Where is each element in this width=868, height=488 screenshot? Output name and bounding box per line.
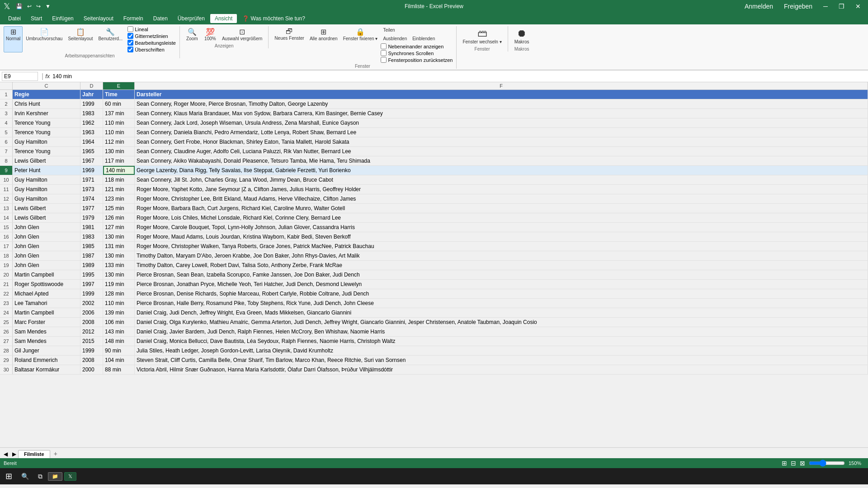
cell-darsteller[interactable]: Daniel Craig, Olga Kurylenko, Mathieu Am… — [135, 318, 868, 327]
cell-regie[interactable]: Lewis Gilbert — [13, 213, 80, 222]
cell-time[interactable]: 130 min — [103, 251, 135, 260]
cell-regie[interactable]: John Glen — [13, 261, 80, 270]
cell-regie[interactable]: Lee Tamahori — [13, 299, 80, 308]
cell-darsteller[interactable]: Timothy Dalton, Carey Lowell, Robert Dav… — [135, 261, 868, 270]
cell-darsteller[interactable]: Pierce Brosnan, Sean Bean, Izabella Scor… — [135, 270, 868, 279]
ribbon-ueberschriften-check[interactable]: Überschriften — [127, 47, 176, 52]
cell-time[interactable]: 133 min — [103, 261, 135, 270]
ribbon-ausblenden-btn[interactable]: Ausblenden — [381, 35, 409, 42]
ribbon-wechseln-btn[interactable]: 🗃Fenster wechseln ▾ — [460, 26, 504, 46]
cell-time[interactable]: 126 min — [103, 213, 135, 222]
cell-darsteller[interactable]: Sean Connery, Klaus Maria Brandauer, Max… — [135, 109, 868, 118]
cell-time[interactable]: 143 min — [103, 327, 135, 336]
cell-regie[interactable]: Terence Young — [13, 128, 80, 137]
cell-darsteller[interactable]: Victoria Abril, Hilmir Snær Guðnason, Ha… — [135, 365, 868, 374]
table-row[interactable]: 24Martin Campbell2006139 minDaniel Craig… — [0, 308, 868, 318]
ribbon-einblenden-btn[interactable]: Einblenden — [410, 35, 437, 42]
cell-regie[interactable]: John Glen — [13, 223, 80, 232]
cell-darsteller[interactable]: Roger Moore, Yaphet Kotto, Jane Seymour … — [135, 185, 868, 194]
cell-regie[interactable]: John Glen — [13, 232, 80, 241]
ribbon-seitenlayout-btn[interactable]: 📋Seitenlayout — [66, 26, 95, 52]
cell-jahr[interactable]: 1964 — [80, 137, 103, 146]
cell-jahr[interactable]: 1983 — [80, 232, 103, 241]
cell-jahr[interactable]: 2002 — [80, 299, 103, 308]
ribbon-umbruch-btn[interactable]: 📄Umbruchvorschau — [24, 26, 65, 52]
save-quick-btn[interactable]: 💾 — [14, 2, 24, 10]
cell-regie[interactable]: Michael Apted — [13, 289, 80, 298]
ribbon-fensterpos-check[interactable]: Fensterposition zurücksetzen — [381, 57, 453, 63]
cell-jahr[interactable]: 2008 — [80, 356, 103, 365]
cell-darsteller[interactable]: Daniel Craig, Javier Bardem, Judi Dench,… — [135, 327, 868, 336]
table-row[interactable]: 19John Glen1989133 minTimothy Dalton, Ca… — [0, 261, 868, 270]
ribbon-neues-fenster-btn[interactable]: 🗗Neues Fenster — [272, 26, 307, 42]
cell-jahr[interactable]: 1999 — [80, 346, 103, 355]
cell-darsteller[interactable]: Sean Connery, Gert Frobe, Honor Blackman… — [135, 137, 868, 146]
cell-darsteller[interactable]: Roger Moore, Christopher Lee, Britt Ekla… — [135, 194, 868, 203]
cell-time[interactable]: 123 min — [103, 194, 135, 203]
table-row[interactable]: 27Sam Mendes2015148 minDaniel Craig, Mon… — [0, 337, 868, 346]
cell-regie[interactable]: Baltasar Kormákur — [13, 365, 80, 374]
cell-darsteller[interactable]: Roger Moore, Lois Chiles, Michel Lonsdal… — [135, 213, 868, 222]
cell-darsteller[interactable]: Roger Moore, Barbara Bach, Curt Jurgens,… — [135, 204, 868, 213]
cell-darsteller[interactable]: Roger Moore, Maud Adams, Louis Jourdan, … — [135, 232, 868, 241]
cell-darsteller[interactable]: Sean Connery, Roger Moore, Pierce Brosna… — [135, 99, 868, 108]
table-row[interactable]: 2Chris Hunt199960 minSean Connery, Roger… — [0, 99, 868, 109]
cell-time[interactable]: 125 min — [103, 204, 135, 213]
cell-regie[interactable]: Guy Hamilton — [13, 194, 80, 203]
menu-help[interactable]: ❓ Was möchten Sie tun? — [238, 14, 310, 23]
cell-time[interactable]: 130 min — [103, 147, 135, 156]
cell-jahr[interactable]: 2012 — [80, 327, 103, 336]
cell-time[interactable]: 110 min — [103, 299, 135, 308]
cell-darsteller[interactable]: Pierce Brosnan, Denise Richards, Sophie … — [135, 289, 868, 298]
cell-jahr[interactable]: 1965 — [80, 147, 103, 156]
cell-jahr[interactable]: 2006 — [80, 308, 103, 317]
name-box[interactable]: E9 — [2, 72, 38, 81]
cell-darsteller[interactable]: George Lazenby, Diana Rigg, Telly Savala… — [135, 166, 868, 175]
table-row[interactable]: 10Guy Hamilton1971118 minSean Connery, J… — [0, 175, 868, 185]
cell-jahr[interactable]: 1999 — [80, 99, 103, 108]
cell-regie[interactable]: Terence Young — [13, 147, 80, 156]
cell-regie[interactable]: Sam Mendes — [13, 327, 80, 336]
table-row[interactable]: 12Guy Hamilton1974123 minRoger Moore, Ch… — [0, 194, 868, 204]
table-row[interactable]: 14Lewis Gilbert1979126 minRoger Moore, L… — [0, 213, 868, 223]
cell-regie[interactable]: Guy Hamilton — [13, 175, 80, 184]
view-normal-btn[interactable]: ⊞ — [782, 460, 787, 467]
cell-jahr[interactable]: 1971 — [80, 175, 103, 184]
cell-darsteller[interactable]: Daniel Craig, Judi Dench, Jeffrey Wright… — [135, 308, 868, 317]
cell-time[interactable]: 128 min — [103, 289, 135, 298]
maximize-button[interactable]: ❐ — [835, 0, 848, 13]
taskbar-excel-app[interactable]: 𝕏 — [64, 472, 76, 481]
signin-button[interactable]: Anmelden — [741, 0, 777, 13]
ribbon-teilen-btn[interactable]: Teilen — [381, 26, 399, 34]
cell-darsteller[interactable]: Sean Connery, Jack Lord, Joseph Wiseman,… — [135, 118, 868, 127]
cell-darsteller[interactable]: Sean Connery, Jill St. John, Charles Gra… — [135, 175, 868, 184]
cell-time[interactable]: 130 min — [103, 270, 135, 279]
table-row[interactable]: 11Guy Hamilton1973121 minRoger Moore, Ya… — [0, 185, 868, 194]
ribbon-alle-anordnen-btn[interactable]: ⊞Alle anordnen — [307, 26, 340, 42]
ribbon-bearbeitungsleiste-check[interactable]: Bearbeitungsleiste — [127, 40, 176, 46]
table-row[interactable]: 16John Glen1983130 minRoger Moore, Maud … — [0, 232, 868, 242]
menu-seitenlayout[interactable]: Seitenlayout — [79, 14, 118, 23]
cell-time[interactable]: 130 min — [103, 232, 135, 241]
cell-jahr[interactable]: 2000 — [80, 365, 103, 374]
cell-regie[interactable]: Martin Campbell — [13, 308, 80, 317]
table-row[interactable]: 13Lewis Gilbert1977125 minRoger Moore, B… — [0, 204, 868, 213]
cell-time[interactable]: 90 min — [103, 346, 135, 355]
cell-regie[interactable]: Sam Mendes — [13, 337, 80, 346]
cell-jahr[interactable]: 1981 — [80, 223, 103, 232]
cell-jahr[interactable]: 1963 — [80, 128, 103, 137]
cell-jahr[interactable]: Jahr — [80, 90, 103, 99]
ribbon-auswahl-btn[interactable]: ⊡Auswahl vergrößern — [220, 26, 264, 42]
menu-daten[interactable]: Daten — [149, 14, 172, 23]
table-row[interactable]: 9Peter Hunt1969140 minGeorge Lazenby, Di… — [0, 166, 868, 175]
cell-jahr[interactable]: 1999 — [80, 289, 103, 298]
cell-time[interactable]: 110 min — [103, 128, 135, 137]
cell-regie[interactable]: Gil Junger — [13, 346, 80, 355]
cell-time[interactable]: 119 min — [103, 280, 135, 289]
cell-jahr[interactable]: 1989 — [80, 261, 103, 270]
cell-darsteller[interactable]: Sean Connery, Daniela Bianchi, Pedro Arm… — [135, 128, 868, 137]
col-header-f[interactable]: F — [135, 82, 868, 89]
table-row[interactable]: 3Irvin Kershner1983137 minSean Connery, … — [0, 109, 868, 118]
table-row[interactable]: 4Terence Young1962110 minSean Connery, J… — [0, 118, 868, 128]
table-row[interactable]: 28Gil Junger199990 minJulia Stiles, Heat… — [0, 346, 868, 356]
